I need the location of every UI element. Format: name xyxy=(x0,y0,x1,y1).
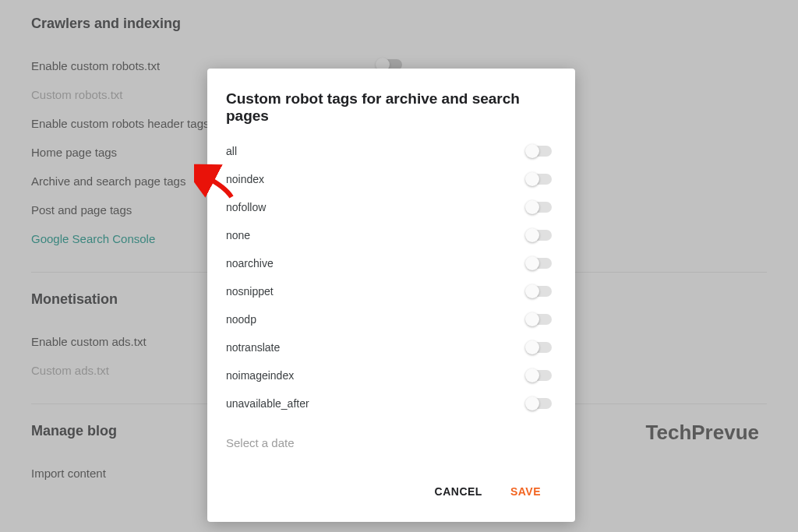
toggle-notranslate[interactable] xyxy=(527,342,552,353)
toggle-noindex[interactable] xyxy=(527,174,552,185)
select-date[interactable]: Select a date xyxy=(207,417,575,473)
tag-label: notranslate xyxy=(226,341,280,354)
tag-row-all: all xyxy=(207,137,575,165)
tag-label: none xyxy=(226,229,250,241)
toggle-nosnippet[interactable] xyxy=(527,286,552,297)
tag-label: nosnippet xyxy=(226,285,274,298)
tag-row-nofollow: nofollow xyxy=(207,193,575,221)
tag-row-unavailable-after: unavailable_after xyxy=(207,389,575,417)
toggle-unavailable-after[interactable] xyxy=(527,398,552,409)
tag-label: noimageindex xyxy=(226,369,294,382)
toggle-noarchive[interactable] xyxy=(527,258,552,269)
tag-label: nofollow xyxy=(226,201,266,213)
tag-row-nosnippet: nosnippet xyxy=(207,277,575,305)
tag-row-none: none xyxy=(207,221,575,249)
toggle-nofollow[interactable] xyxy=(527,202,552,213)
tag-row-noarchive: noarchive xyxy=(207,249,575,277)
dialog-footer: CANCEL SAVE xyxy=(207,473,575,510)
dialog-title: Custom robot tags for archive and search… xyxy=(207,69,575,137)
tag-row-noodp: noodp xyxy=(207,305,575,333)
tag-label: noarchive xyxy=(226,257,274,270)
tag-label: noindex xyxy=(226,173,264,185)
tag-label: unavailable_after xyxy=(226,397,309,410)
tag-label: noodp xyxy=(226,313,256,326)
toggle-none[interactable] xyxy=(527,230,552,241)
tag-row-noimageindex: noimageindex xyxy=(207,361,575,389)
toggle-noimageindex[interactable] xyxy=(527,370,552,381)
toggle-noodp[interactable] xyxy=(527,314,552,325)
tag-label: all xyxy=(226,145,237,157)
cancel-button[interactable]: CANCEL xyxy=(432,481,486,502)
toggle-all[interactable] xyxy=(527,146,552,157)
save-button[interactable]: SAVE xyxy=(507,481,544,502)
tag-row-notranslate: notranslate xyxy=(207,333,575,361)
dialog-robot-tags: Custom robot tags for archive and search… xyxy=(207,69,575,522)
tag-row-noindex: noindex xyxy=(207,165,575,193)
